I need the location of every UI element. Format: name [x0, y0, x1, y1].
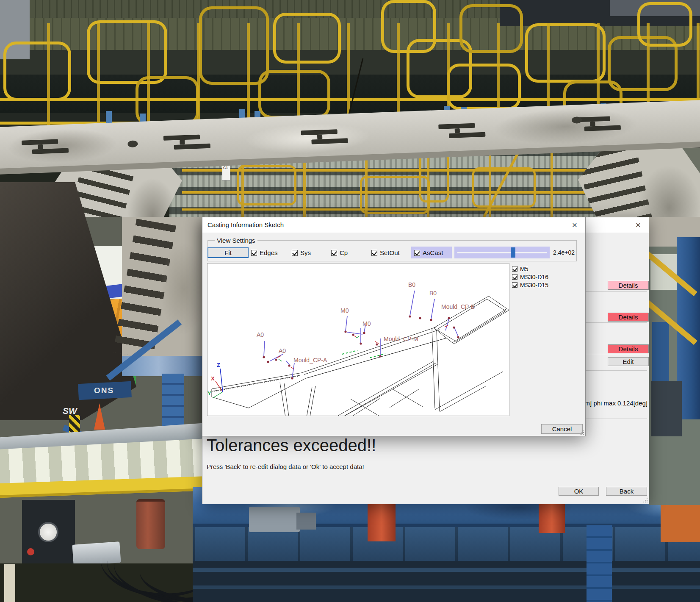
lifting-hole: [127, 140, 138, 147]
wireframe-lines: [212, 296, 509, 416]
blue-gantry-beam-2: [193, 527, 700, 562]
point-label: A0: [257, 331, 264, 338]
resize-grip[interactable]: [579, 430, 584, 435]
photo-shape: [193, 585, 700, 589]
point-label: B0: [429, 290, 437, 297]
checkbox-box: [414, 250, 420, 256]
casting-information-sketch-dialog: Casting Information Sketch × View Settin…: [202, 217, 586, 436]
gray-equipment: [249, 507, 300, 532]
fit-button[interactable]: Fit: [208, 247, 249, 258]
close-icon[interactable]: ×: [631, 219, 645, 231]
photo-shape: [193, 568, 700, 572]
checkbox-box: [251, 250, 257, 256]
divider: [583, 354, 647, 354]
details-button-1[interactable]: Details: [608, 281, 649, 290]
checkbox-box: [512, 282, 517, 288]
slider-value: 2.4e+02: [553, 249, 575, 256]
legend-checkbox-ms30-d16[interactable]: MS30-D16: [512, 273, 548, 281]
sketch-dialog-titlebar[interactable]: Casting Information Sketch: [202, 217, 585, 233]
divider: [583, 322, 647, 323]
checkbox-box: [512, 266, 517, 272]
checkbox-label: Sys: [300, 249, 311, 256]
details-button-2[interactable]: Details: [608, 313, 649, 322]
checkbox-label: M5: [520, 266, 528, 272]
traffic-cone: [94, 403, 105, 430]
slider-track[interactable]: [457, 252, 547, 253]
ok-button[interactable]: OK: [559, 487, 599, 496]
point-label: B0: [408, 281, 415, 288]
shear-key-slot: [22, 139, 73, 158]
group-label: View Settings: [215, 237, 257, 244]
blue-column: [587, 525, 612, 602]
shear-key-slot: [301, 129, 352, 148]
checkbox-label: Edges: [260, 249, 278, 256]
sketch-wireframe: [208, 264, 509, 416]
point-label: Mould_CP-A: [293, 357, 327, 363]
message-body: Press 'Back' to re-edit dialog data or '…: [207, 463, 364, 470]
checkbox-box: [292, 250, 298, 256]
back-button[interactable]: Back: [606, 487, 647, 496]
divider: [583, 419, 647, 419]
tolerance-value-text: m] phi max 0.124[deg]: [585, 399, 647, 407]
details-button-3[interactable]: Details: [608, 344, 649, 353]
axis-label-x: X: [211, 375, 215, 382]
divider: [583, 291, 647, 292]
point-label: Mould_CP-B: [441, 303, 475, 310]
red-valve: [27, 548, 34, 555]
cancel-button[interactable]: Cancel: [541, 424, 583, 434]
checkbox-cp[interactable]: Cp: [331, 247, 348, 258]
pale-post: [4, 564, 15, 602]
axis-label-z: Z: [217, 362, 220, 368]
legend-checkbox-ms30-d15[interactable]: MS30-D15: [512, 281, 548, 289]
point-label: M0: [340, 307, 349, 314]
checkbox-edges[interactable]: Edges: [251, 247, 278, 258]
checkbox-label: AsCast: [423, 249, 443, 256]
photo-text-ons: ONS: [94, 386, 114, 395]
checkbox-label: Cp: [340, 249, 348, 256]
message-heading: Tolerances exceeded!!: [207, 436, 376, 455]
divider: [583, 370, 647, 371]
photo-shape: [651, 381, 682, 436]
gray-equipment: [296, 513, 316, 530]
point-label: A0: [279, 347, 286, 354]
photo-shape: [160, 242, 207, 336]
edit-button[interactable]: Edit: [608, 357, 649, 366]
point-label: M0: [362, 320, 371, 327]
measurement-points: [263, 315, 459, 379]
checkbox-box: [371, 250, 377, 256]
photo-text-sw: SW: [63, 406, 77, 416]
checkbox-label: MS30-D16: [520, 274, 548, 280]
shear-key-slot: [438, 122, 490, 141]
checkbox-setout[interactable]: SetOut: [371, 247, 400, 258]
checkbox-label: SetOut: [380, 249, 400, 256]
axis-label-y: Y: [208, 390, 211, 397]
checkbox-box: [512, 274, 517, 280]
segment-sign: C1-: [222, 164, 230, 180]
shear-key-slot: [163, 134, 215, 153]
checkbox-label: MS30-D15: [520, 282, 548, 289]
photo-shape: [193, 527, 700, 562]
dialog-title: Casting Information Sketch: [208, 221, 284, 228]
checkbox-ascast[interactable]: AsCast: [414, 247, 443, 258]
point-label: Mould_CP-M: [384, 336, 418, 342]
slider-thumb[interactable]: [511, 247, 515, 258]
checkbox-sys[interactable]: Sys: [292, 247, 311, 258]
view-slider[interactable]: [454, 247, 550, 258]
resize-grip[interactable]: [643, 498, 648, 503]
close-icon[interactable]: ×: [567, 219, 582, 231]
checkbox-box: [331, 250, 337, 256]
legend-checkbox-m5[interactable]: M5: [512, 265, 528, 273]
measurement-lines: [264, 291, 458, 377]
pressure-gauge: [38, 522, 58, 542]
sketch-canvas[interactable]: A0 A0 M0 M0 B0 B0 Mould_CP-A Mould_CP-M …: [207, 263, 509, 416]
photo-shape: [193, 561, 700, 602]
